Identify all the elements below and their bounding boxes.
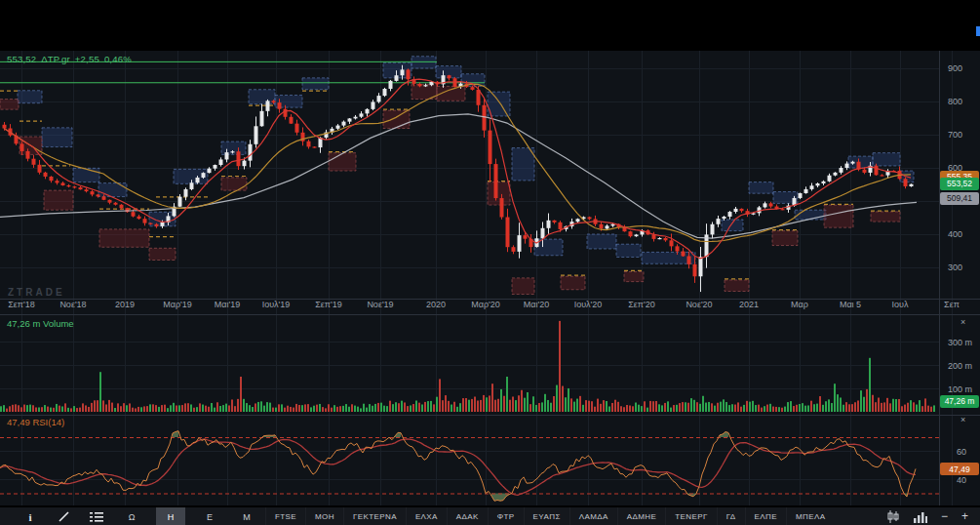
time-tick-label: Νοε'18 (59, 300, 86, 309)
scrollbar-thumb[interactable] (976, 26, 980, 36)
time-tick-label: Νοε'19 (367, 300, 393, 309)
grid-layer (0, 51, 953, 505)
volume-tick-label: 200 m (948, 361, 972, 371)
trading-chart-app: 553,52ΔTP.gr+2,550,46% ZTRADE 47,26 m Vo… (0, 0, 980, 525)
rsi-close-button[interactable]: × (960, 415, 965, 424)
zones-layer (0, 57, 914, 295)
volume-value: 47,26 m (7, 318, 40, 329)
time-tick-label: Σεπ'19 (315, 300, 342, 309)
time-tick-label: Ιουλ'20 (574, 300, 603, 309)
price-tick-label: 700 (948, 130, 962, 140)
volume-tick-label: 100 m (948, 384, 972, 394)
ticker-button-ΑΔΑΚ[interactable]: ΑΔΑΚ (447, 507, 488, 525)
ticker-button-ΛΑΜΔΑ[interactable]: ΛΑΜΔΑ (569, 507, 617, 525)
toolbar-right-group: − + (886, 507, 980, 525)
price-badge-last: 553,52 (940, 178, 979, 190)
time-tick-label: Μαρ (791, 300, 808, 309)
price-tick-label: 800 (948, 97, 962, 106)
mode-button-Ω[interactable]: Ω (119, 507, 144, 525)
ticker-button-ΦΤΡ[interactable]: ΦΤΡ (488, 507, 524, 525)
ticker-button-FTSE[interactable]: FTSE (265, 507, 305, 525)
quote-change-pct: 0,46% (104, 54, 132, 64)
price-tick-label: 300 (948, 262, 962, 272)
ticker-button-ΓΔ[interactable]: ΓΔ (717, 507, 745, 525)
quote-label: 553,52ΔTP.gr+2,550,46% (7, 54, 137, 64)
price-tick-label: 400 (948, 229, 962, 239)
time-tick-label: Μαρ'20 (471, 300, 500, 309)
info-icon[interactable]: i (14, 507, 47, 525)
rsi-badge: 47,49 (940, 463, 979, 475)
time-tick-label: Μαι'20 (524, 300, 549, 309)
time-tick-label: Ιουλ'19 (262, 300, 291, 309)
draw-icon[interactable] (47, 507, 80, 525)
ticker-button-ΕΛΧΑ[interactable]: ΕΛΧΑ (406, 507, 447, 525)
quote-symbol: ΔTP.gr (41, 54, 70, 64)
ticker-button-ΓΕΚΤΕΡΝΑ[interactable]: ΓΕΚΤΕΡΝΑ (343, 507, 406, 525)
mode-button-Μ[interactable]: Μ (234, 507, 259, 525)
volume-badge: 47,26 m (940, 395, 979, 408)
volume-layer (0, 321, 935, 412)
bar-chart-icon[interactable] (914, 507, 927, 525)
mode-button-Ε[interactable]: Ε (197, 507, 222, 525)
chart-canvas[interactable] (0, 51, 980, 505)
ticker-button-ΕΛΠΕ[interactable]: ΕΛΠΕ (745, 507, 786, 525)
time-tick-label: Νοε'20 (686, 300, 712, 309)
zoom-in-button[interactable]: + (961, 507, 968, 525)
bottom-toolbar: i ΩΗΕΜ FTSEΜΟΗΓΕΚΤΕΡΝΑΕΛΧΑΑΔΑΚΦΤΡΕΥΑΠΣΛΑ… (0, 506, 980, 525)
time-tick-label: Σεπ'20 (628, 300, 655, 309)
time-tick-label: Σεπ (944, 300, 960, 309)
volume-name: Volume (43, 318, 74, 329)
ticker-button-ΤΕΝΕΡΓ[interactable]: ΤΕΝΕΡΓ (665, 507, 716, 525)
toolbar-left-group: i (0, 507, 113, 525)
volume-indicator-label: 47,26 m Volume (7, 318, 74, 329)
rsi-tick-label: 40 (957, 475, 966, 485)
quote-change: +2,55 (75, 54, 99, 64)
time-tick-label: Σεπ'18 (8, 300, 35, 309)
price-badge-prev: 509,41 (940, 192, 979, 205)
ticker-button-ΜΟΗ[interactable]: ΜΟΗ (305, 507, 343, 525)
time-tick-label: 2020 (426, 300, 446, 309)
time-tick-label: Μαι'19 (215, 300, 240, 309)
watermark: ZTRADE (8, 287, 65, 298)
volume-tick-label: 300 m (948, 338, 972, 347)
rsi-value: 47,49 (7, 417, 30, 427)
watchlist-icon[interactable] (80, 507, 113, 525)
info-glyph: i (28, 511, 31, 523)
rsi-name: RSI(14) (32, 417, 64, 427)
time-tick-label: 2019 (115, 300, 135, 309)
ticker-button-ΕΥΑΠΣ[interactable]: ΕΥΑΠΣ (524, 507, 569, 525)
time-tick-label: Μαι 5 (840, 300, 861, 309)
quote-price: 553,52 (7, 54, 36, 64)
ticker-button-ΑΔΜΗΕ[interactable]: ΑΔΜΗΕ (617, 507, 665, 525)
time-tick-label: 2021 (739, 300, 759, 309)
zoom-out-button[interactable]: − (941, 507, 948, 525)
price-tick-label: 900 (948, 63, 962, 73)
mode-buttons-group: ΩΗΕΜ (113, 507, 265, 525)
volume-close-button[interactable]: × (960, 317, 965, 327)
rsi-tick-label: 60 (957, 447, 966, 457)
rsi-indicator-label: 47,49 RSI(14) (7, 417, 64, 427)
time-tick-label: Μαρ'19 (163, 300, 192, 309)
candlestick-chart-icon[interactable] (886, 507, 900, 525)
top-black-bar (0, 0, 980, 51)
rsi-layer (0, 431, 939, 502)
mode-button-Η[interactable]: Η (156, 507, 185, 525)
ticker-button-ΜΠΕΛΑ[interactable]: ΜΠΕΛΑ (786, 507, 834, 525)
time-tick-label: Ιουλ (892, 300, 909, 309)
ticker-buttons-group: FTSEΜΟΗΓΕΚΤΕΡΝΑΕΛΧΑΑΔΑΚΦΤΡΕΥΑΠΣΛΑΜΔΑΑΔΜΗ… (265, 507, 834, 525)
